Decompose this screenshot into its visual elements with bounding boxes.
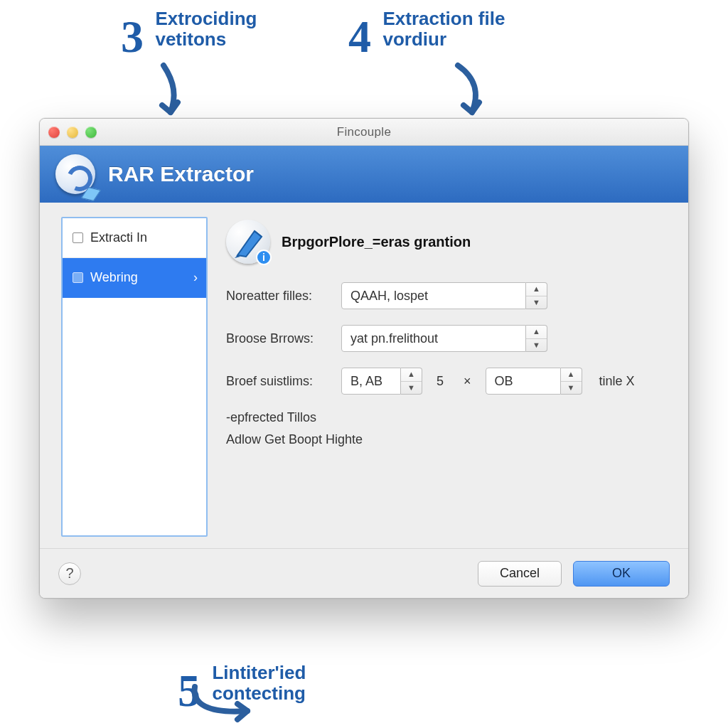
sidebar: Extracti In Webring ›: [61, 217, 208, 537]
files-input[interactable]: [341, 282, 526, 309]
annotation-4-arrow: [442, 61, 499, 125]
suffix-text: tinle X: [599, 374, 635, 389]
titlebar[interactable]: Fincouple: [40, 119, 688, 146]
annotation-5: 5 Lintiter'ied contecting: [178, 663, 306, 708]
annotation-3-line2: vetitons: [155, 28, 226, 50]
annotation-4-line2: vordiur: [382, 28, 446, 50]
stepper-up-icon[interactable]: ▲: [401, 368, 422, 382]
stepper-down-icon[interactable]: ▼: [526, 339, 547, 352]
dialog-footer: ? Cancel OK: [40, 548, 688, 598]
annotation-4-line1: Extraction file: [382, 8, 505, 29]
checkbox-icon[interactable]: [73, 232, 83, 243]
main-panel: i BrpgorPlore_=eras grantion Noreatter f…: [226, 217, 667, 537]
field-label-browse: Broose Brrows:: [226, 331, 333, 346]
stepper-up-icon[interactable]: ▲: [526, 283, 547, 296]
annotation-4-digit: 4: [348, 14, 371, 60]
checkbox-icon[interactable]: [73, 272, 83, 283]
suistlims-input-b[interactable]: [486, 368, 561, 395]
stepper-up-icon[interactable]: ▲: [561, 368, 582, 382]
suistlims-input-a[interactable]: [341, 368, 401, 395]
dialog-window: Fincouple RAR Extractor Extracti In Webr…: [39, 118, 689, 599]
annotation-4: 4 Extraction file vordiur: [348, 9, 505, 54]
info-badge-icon: i: [256, 250, 272, 265]
suistlims-stepper-a[interactable]: ▲ ▼: [401, 368, 422, 395]
option-text-1: -epfrected Tillos: [226, 410, 667, 425]
sidebar-item-extraction[interactable]: Extracti In: [63, 218, 206, 258]
stepper-down-icon[interactable]: ▼: [401, 382, 422, 395]
help-icon: ?: [65, 565, 73, 582]
suistlims-stepper-b[interactable]: ▲ ▼: [561, 368, 582, 395]
stepper-up-icon[interactable]: ▲: [526, 326, 547, 339]
annotation-5-line2: contecting: [212, 682, 305, 704]
field-label-files: Noreatter filles:: [226, 289, 333, 304]
browse-input[interactable]: [341, 325, 526, 352]
ok-button[interactable]: OK: [573, 561, 670, 587]
chevron-right-icon: ›: [193, 270, 198, 285]
header-band: RAR Extractor: [40, 146, 688, 203]
stepper-down-icon[interactable]: ▼: [561, 382, 582, 395]
sidebar-item-label: Extracti In: [90, 230, 147, 245]
annotation-5-line1: Lintiter'ied: [212, 662, 306, 683]
window-title: Fincouple: [40, 125, 688, 139]
option-text-2: Adlow Get Boopt Highte: [226, 432, 667, 447]
sidebar-item-webring[interactable]: Webring ›: [63, 258, 206, 298]
annotation-5-digit: 5: [178, 668, 200, 714]
annotation-3-arrow: [146, 61, 196, 125]
annotation-3: 3 Extrociding vetitons: [121, 9, 257, 54]
annotation-3-line1: Extrociding: [155, 8, 257, 29]
files-stepper[interactable]: ▲ ▼: [526, 282, 547, 309]
divider-text: 5: [431, 374, 449, 389]
cancel-button[interactable]: Cancel: [478, 561, 562, 587]
app-title: RAR Extractor: [108, 162, 254, 186]
annotation-3-digit: 3: [121, 14, 144, 60]
stepper-down-icon[interactable]: ▼: [526, 296, 547, 309]
field-label-suistlims: Broef suistlims:: [226, 374, 333, 389]
browse-stepper[interactable]: ▲ ▼: [526, 325, 547, 352]
section-icon: i: [226, 220, 270, 264]
sidebar-item-label: Webring: [90, 270, 138, 285]
help-button[interactable]: ?: [58, 562, 81, 585]
section-heading: BrpgorPlore_=eras grantion: [282, 234, 471, 250]
multiply-icon: ×: [458, 374, 477, 389]
app-icon: [55, 154, 95, 194]
